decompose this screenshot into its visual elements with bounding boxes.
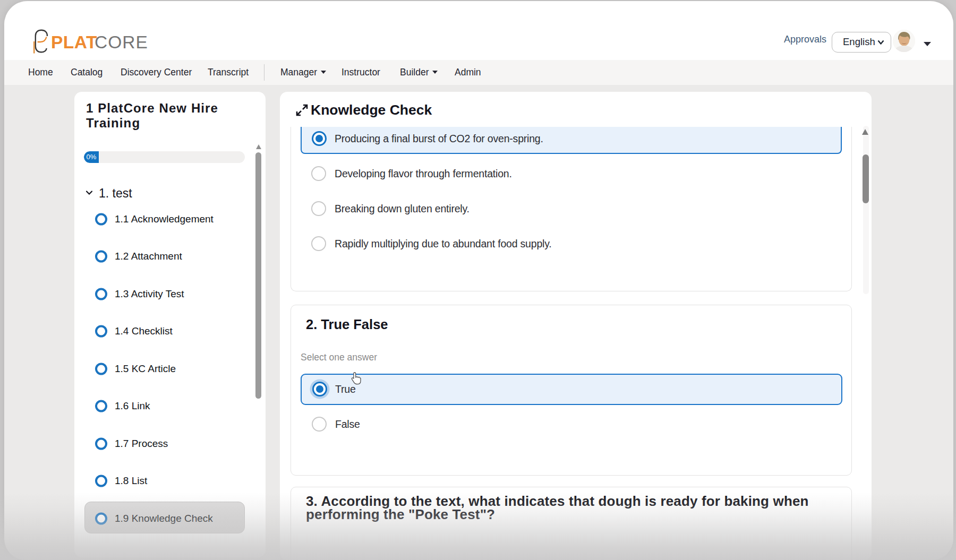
- svg-text:CORE: CORE: [95, 32, 148, 52]
- svg-text:PLAT: PLAT: [51, 32, 97, 52]
